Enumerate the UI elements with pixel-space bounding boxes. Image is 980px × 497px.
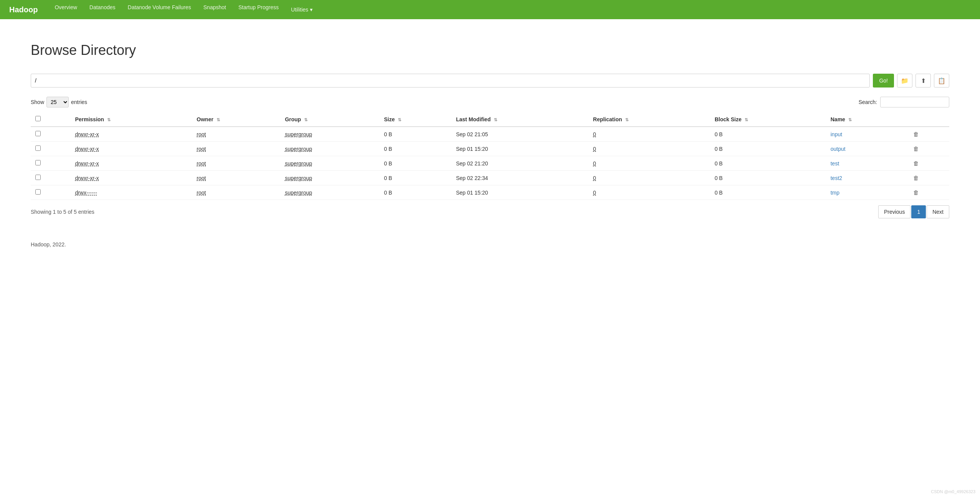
row-name-4[interactable]: tmp (826, 185, 909, 200)
folder-icon-button[interactable]: 📁 (897, 74, 912, 88)
row-checkbox-cell (31, 171, 70, 185)
row-group-2: supergroup (280, 156, 379, 171)
path-input[interactable] (31, 74, 870, 88)
row-group-0: supergroup (280, 127, 379, 142)
row-last-modified-2: Sep 02 21:20 (451, 156, 588, 171)
row-last-modified-4: Sep 01 15:20 (451, 185, 588, 200)
sort-icon-name: ⇅ (848, 117, 852, 122)
row-name-0[interactable]: input (826, 127, 909, 142)
row-size-0: 0 B (379, 127, 452, 142)
col-header-owner[interactable]: Owner ⇅ (192, 112, 280, 127)
row-delete-cell-0: 🗑 (909, 127, 949, 142)
row-checkbox-2[interactable] (35, 160, 41, 165)
name-link-1[interactable]: output (831, 146, 846, 152)
col-header-replication[interactable]: Replication ⇅ (588, 112, 710, 127)
main-content: Browse Directory Go! 📁 ⬆ 📋 Show 10 25 50… (0, 19, 980, 263)
clipboard-icon-button[interactable]: 📋 (934, 74, 949, 88)
row-checkbox-cell (31, 127, 70, 142)
row-permission-1: drwxr-xr-x (70, 142, 192, 156)
row-group-3: supergroup (280, 171, 379, 185)
upload-icon-button[interactable]: ⬆ (915, 74, 931, 88)
row-checkbox-cell (31, 142, 70, 156)
delete-icon-4[interactable]: 🗑 (913, 189, 919, 196)
name-link-0[interactable]: input (831, 131, 842, 137)
page-1-button[interactable]: 1 (911, 205, 926, 218)
select-all-header (31, 112, 70, 127)
row-checkbox-cell (31, 156, 70, 171)
col-header-last-modified[interactable]: Last Modified ⇅ (451, 112, 588, 127)
search-label: Search: (859, 99, 877, 105)
row-block-size-4: 0 B (710, 185, 826, 200)
sort-icon-size: ⇅ (398, 117, 401, 122)
nav-datanode-volume-failures[interactable]: Datanode Volume Failures (122, 2, 197, 13)
previous-button[interactable]: Previous (878, 205, 910, 218)
path-row: Go! 📁 ⬆ 📋 (31, 74, 949, 88)
row-block-size-1: 0 B (710, 142, 826, 156)
col-header-name[interactable]: Name ⇅ (826, 112, 909, 127)
row-permission-2: drwxr-xr-x (70, 156, 192, 171)
delete-icon-1[interactable]: 🗑 (913, 145, 919, 152)
row-permission-3: drwxr-xr-x (70, 171, 192, 185)
delete-icon-3[interactable]: 🗑 (913, 175, 919, 181)
select-all-checkbox[interactable] (35, 116, 41, 121)
delete-icon-2[interactable]: 🗑 (913, 160, 919, 167)
sort-icon-permission: ⇅ (107, 117, 111, 122)
row-checkbox-0[interactable] (35, 131, 41, 136)
table-row: drwxr-xr-x root supergroup 0 B Sep 02 21… (31, 127, 949, 142)
nav-startup-progress[interactable]: Startup Progress (233, 2, 284, 13)
name-link-2[interactable]: test (831, 160, 839, 167)
footer-text: Hadoop, 2022. (31, 241, 66, 248)
row-replication-4: 0 (588, 185, 710, 200)
row-owner-2: root (192, 156, 280, 171)
table-row: drwxr-xr-x root supergroup 0 B Sep 02 21… (31, 156, 949, 171)
navbar-brand[interactable]: Hadoop (9, 5, 38, 14)
search-box: Search: (859, 97, 949, 107)
row-size-2: 0 B (379, 156, 452, 171)
next-button[interactable]: Next (927, 205, 949, 218)
table-header-row: Permission ⇅ Owner ⇅ Group ⇅ Size ⇅ Last… (31, 112, 949, 127)
show-label: Show (31, 99, 44, 105)
row-size-3: 0 B (379, 171, 452, 185)
delete-icon-0[interactable]: 🗑 (913, 131, 919, 137)
nav-utilities[interactable]: Utilities ▾ (286, 4, 318, 15)
nav-snapshot[interactable]: Snapshot (198, 2, 232, 13)
row-delete-cell-3: 🗑 (909, 171, 949, 185)
row-last-modified-0: Sep 02 21:05 (451, 127, 588, 142)
sort-icon-last-modified: ⇅ (494, 117, 497, 122)
col-header-block-size[interactable]: Block Size ⇅ (710, 112, 826, 127)
name-link-4[interactable]: tmp (831, 190, 839, 196)
col-header-permission[interactable]: Permission ⇅ (70, 112, 192, 127)
row-name-2[interactable]: test (826, 156, 909, 171)
row-owner-3: root (192, 171, 280, 185)
row-replication-3: 0 (588, 171, 710, 185)
table-controls: Show 10 25 50 100 entries Search: (31, 97, 949, 107)
row-checkbox-1[interactable] (35, 145, 41, 151)
row-owner-4: root (192, 185, 280, 200)
name-link-3[interactable]: test2 (831, 175, 842, 181)
nav-datanodes[interactable]: Datanodes (84, 2, 121, 13)
search-input[interactable] (880, 97, 949, 107)
row-permission-4: drwx------ (70, 185, 192, 200)
row-name-3[interactable]: test2 (826, 171, 909, 185)
row-block-size-2: 0 B (710, 156, 826, 171)
chevron-down-icon: ▾ (310, 7, 313, 13)
table-footer: Showing 1 to 5 of 5 entries Previous 1 N… (31, 205, 949, 218)
row-name-1[interactable]: output (826, 142, 909, 156)
row-checkbox-4[interactable] (35, 189, 41, 195)
show-entries-control: Show 10 25 50 100 entries (31, 97, 87, 107)
folder-icon: 📁 (901, 77, 909, 84)
go-button[interactable]: Go! (873, 74, 894, 88)
row-size-4: 0 B (379, 185, 452, 200)
col-header-size[interactable]: Size ⇅ (379, 112, 452, 127)
entries-per-page-select[interactable]: 10 25 50 100 (46, 97, 69, 107)
page-title: Browse Directory (31, 42, 949, 58)
nav-overview[interactable]: Overview (49, 2, 82, 13)
row-checkbox-cell (31, 185, 70, 200)
col-header-group[interactable]: Group ⇅ (280, 112, 379, 127)
col-header-delete (909, 112, 949, 127)
row-last-modified-1: Sep 01 15:20 (451, 142, 588, 156)
row-owner-1: root (192, 142, 280, 156)
sort-icon-group: ⇅ (304, 117, 308, 122)
row-checkbox-3[interactable] (35, 175, 41, 180)
row-block-size-3: 0 B (710, 171, 826, 185)
